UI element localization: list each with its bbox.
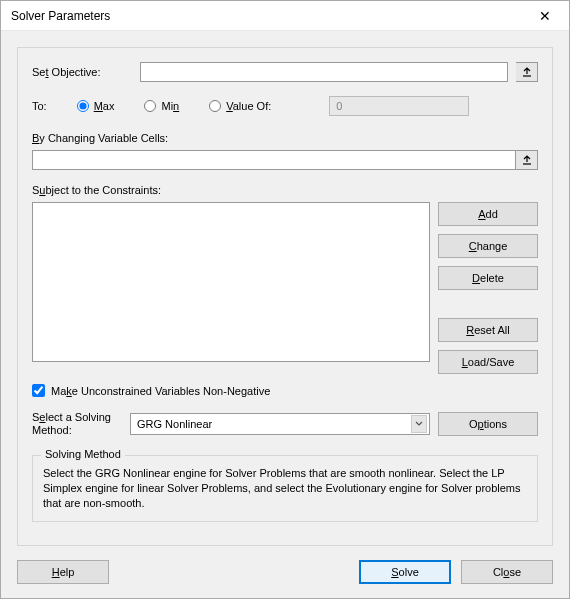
subject-to-label: Subject to the Constraints:	[32, 184, 538, 196]
objective-input[interactable]	[140, 62, 508, 82]
method-row: Select a SolvingMethod: GRG Nonlinear Op…	[32, 411, 538, 437]
radio-valueof-input[interactable]	[209, 100, 221, 112]
add-button[interactable]: Add	[438, 202, 538, 226]
changing-cells-input[interactable]	[32, 150, 516, 170]
unconstrained-checkbox-row[interactable]: Make Unconstrained Variables Non-Negativ…	[32, 384, 538, 397]
by-changing-label: By Changing Variable Cells:	[32, 132, 538, 144]
valueof-input[interactable]: 0	[329, 96, 469, 116]
constraints-area: Add Change Delete Reset All Load/Save	[32, 202, 538, 374]
reset-all-button[interactable]: Reset All	[438, 318, 538, 342]
close-icon[interactable]: ✕	[525, 2, 565, 30]
to-row: To: Max Min Value Of: 0	[32, 96, 538, 116]
radio-valueof[interactable]: Value Of:	[209, 100, 271, 112]
set-objective-label: Set Objective:	[32, 66, 132, 78]
load-save-button[interactable]: Load/Save	[438, 350, 538, 374]
window-title: Solver Parameters	[11, 9, 110, 23]
radio-min-input[interactable]	[144, 100, 156, 112]
radio-max-input[interactable]	[77, 100, 89, 112]
delete-button[interactable]: Delete	[438, 266, 538, 290]
help-button[interactable]: Help	[17, 560, 109, 584]
changing-cells-ref-icon[interactable]	[516, 150, 538, 170]
solver-parameters-dialog: Solver Parameters ✕ Set Objective: To: M…	[0, 0, 570, 599]
solve-button[interactable]: Solve	[359, 560, 451, 584]
main-panel: Set Objective: To: Max Min Valu	[17, 47, 553, 546]
objective-ref-icon[interactable]	[516, 62, 538, 82]
unconstrained-checkbox[interactable]	[32, 384, 45, 397]
change-button[interactable]: Change	[438, 234, 538, 258]
to-label: To:	[32, 100, 47, 112]
radio-max[interactable]: Max	[77, 100, 115, 112]
close-button[interactable]: Close	[461, 560, 553, 584]
radio-min[interactable]: Min	[144, 100, 179, 112]
titlebar: Solver Parameters ✕	[1, 1, 569, 31]
solving-method-desc: Select the GRG Nonlinear engine for Solv…	[43, 466, 527, 511]
method-selected: GRG Nonlinear	[137, 418, 212, 430]
select-method-label: Select a SolvingMethod:	[32, 411, 122, 437]
method-select[interactable]: GRG Nonlinear	[130, 413, 430, 435]
solving-method-group-title: Solving Method	[41, 448, 125, 460]
constraints-listbox[interactable]	[32, 202, 430, 362]
options-button[interactable]: Options	[438, 412, 538, 436]
objective-row: Set Objective:	[32, 62, 538, 82]
chevron-down-icon	[411, 415, 427, 433]
solving-method-group: Solving Method Select the GRG Nonlinear …	[32, 455, 538, 522]
content-area: Set Objective: To: Max Min Valu	[1, 31, 569, 546]
constraints-buttons: Add Change Delete Reset All Load/Save	[438, 202, 538, 374]
changing-cells-row	[32, 150, 538, 170]
bottom-bar: Help Solve Close	[1, 546, 569, 598]
